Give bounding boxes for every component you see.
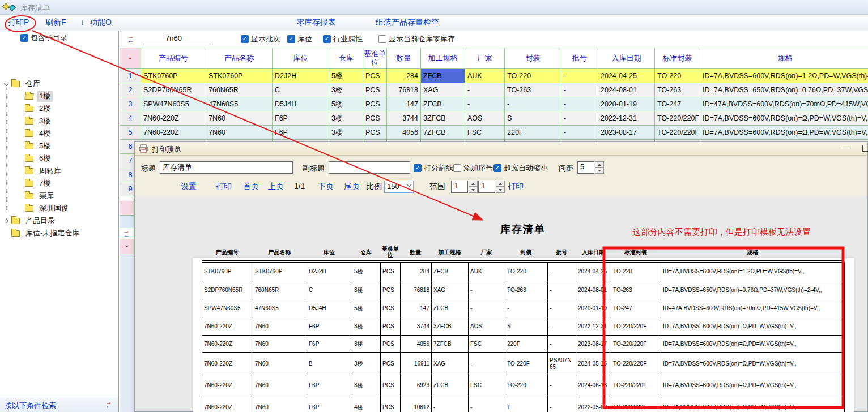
checkbox-checked-icon[interactable]	[493, 164, 501, 172]
grid-cell[interactable]: TO-220/220F	[655, 111, 700, 126]
tree-item-3楼[interactable]: 3楼	[0, 115, 118, 127]
grid-cell[interactable]: 3楼	[329, 83, 363, 97]
dialog-checkbox-2[interactable]: 添加序号	[453, 163, 493, 173]
spacing-spinner[interactable]: 5	[577, 161, 604, 174]
grid-cell[interactable]: AUK	[465, 69, 505, 83]
grid-cell[interactable]: 760N65R	[206, 83, 273, 97]
grid-cell[interactable]: STK0760P	[141, 69, 206, 83]
grid-cell[interactable]: S2DP760N65R	[141, 83, 206, 97]
grid-column-header-加工规格[interactable]: 加工规格	[421, 48, 465, 69]
settings-link[interactable]: 设置	[181, 182, 197, 192]
print-button[interactable]: 打印P	[8, 18, 29, 28]
grid-cell[interactable]: STK0760P	[206, 69, 273, 83]
grid-cell[interactable]: 284	[387, 69, 421, 83]
tree-expander-icon[interactable]	[4, 81, 8, 86]
filter-checkbox-4[interactable]: 显示当前仓库零库存	[378, 34, 455, 44]
grid-cell[interactable]: PCS	[363, 111, 387, 126]
range-to-value[interactable]: 1	[478, 181, 495, 193]
grid-cell[interactable]: TO-220	[655, 69, 700, 83]
grid-cell[interactable]: -	[561, 83, 598, 97]
checkbox-unchecked-icon[interactable]	[453, 164, 461, 172]
grid-cell[interactable]: -	[465, 83, 505, 97]
grid-cell[interactable]: 47N60S5	[206, 97, 273, 111]
scale-dropdown[interactable]: 150	[384, 181, 414, 193]
grid-column-header-规格[interactable]: 规格	[700, 48, 868, 69]
tree-item-票库[interactable]: 票库	[0, 190, 118, 202]
grid-cell[interactable]: XAG	[421, 83, 465, 97]
grid-column-header-库位[interactable]: 库位	[273, 48, 329, 69]
tree-item-6楼[interactable]: 6楼	[0, 152, 118, 165]
maximize-button[interactable]	[862, 145, 868, 152]
tree-item-产品目录[interactable]: 产品目录	[0, 214, 118, 227]
grid-row-number[interactable]: 2	[120, 83, 141, 97]
assembly-stock-check-link[interactable]: 组装产品存量检查	[376, 18, 439, 28]
grid-column-header-批号[interactable]: 批号	[561, 48, 598, 69]
dialog-titlebar[interactable]: 打印预览 —	[135, 142, 867, 156]
grid-column-header-产品名称[interactable]: 产品名称	[206, 48, 273, 69]
grid-cell[interactable]: SPW47N60S5	[141, 97, 206, 111]
grid-cell[interactable]: PCS	[363, 126, 387, 140]
checkbox-checked-icon[interactable]	[287, 35, 295, 43]
filter-checkbox-1[interactable]: 显示批次	[241, 34, 280, 44]
grid-cell[interactable]: TO-220	[505, 69, 561, 83]
grid-column-header-厂家[interactable]: 厂家	[465, 48, 505, 69]
filter-checkbox-3[interactable]: 行业属性	[323, 34, 363, 44]
grid-cell[interactable]: TO-263	[505, 83, 561, 97]
grid-cell[interactable]: 7N60-220Z	[141, 111, 206, 126]
swap-icon[interactable]: →←	[126, 35, 135, 42]
grid-column-header-产品编号[interactable]: 产品编号	[141, 48, 206, 69]
grid-cell[interactable]: -	[561, 126, 598, 140]
grid-row-number[interactable]: 1	[120, 69, 141, 83]
grid-cell[interactable]: -	[505, 97, 561, 111]
grid-cell[interactable]: -	[561, 97, 598, 111]
grid-cell[interactable]: FSC	[465, 126, 505, 140]
grid-cell[interactable]: 7N60	[206, 126, 273, 140]
grid-corner-cell[interactable]: -	[120, 48, 141, 69]
tree-item-1楼[interactable]: 1楼	[0, 90, 118, 102]
grid-cell[interactable]: ZFCB	[421, 97, 465, 111]
print-action-link[interactable]: 打印	[508, 182, 524, 192]
grid-cell[interactable]: 2023-08-17	[598, 126, 655, 140]
grid-cell[interactable]: 2024-08-01	[598, 83, 655, 97]
grid-cell[interactable]: 7N60	[206, 111, 273, 126]
grid-cell[interactable]: AOS	[465, 111, 505, 126]
grid-row-number[interactable]: 4	[120, 111, 141, 126]
grid-cell[interactable]: 3744	[387, 111, 421, 126]
grid-cell[interactable]: 2020-01-19	[598, 97, 655, 111]
include-subdir-checkbox[interactable]: 包含子目录	[20, 33, 67, 43]
dialog-checkbox-1[interactable]: 打分割线	[414, 163, 453, 173]
minimize-button[interactable]: —	[839, 143, 850, 154]
tree-item-2楼[interactable]: 2楼	[0, 102, 118, 115]
grid-cell[interactable]: 3楼	[329, 126, 363, 140]
grid-cell[interactable]: C	[273, 83, 329, 97]
next-page-link[interactable]: 下页	[318, 182, 334, 192]
zero-stock-report-link[interactable]: 零库存报表	[296, 18, 336, 28]
range-from-value[interactable]: 1	[451, 181, 468, 193]
grid-cell[interactable]: TO-263	[655, 83, 700, 97]
checkbox-checked-icon[interactable]	[414, 164, 422, 172]
grid-column-header-基准单位[interactable]: 基准单位	[363, 48, 387, 69]
print-link[interactable]: 打印	[216, 182, 232, 192]
grid-cell[interactable]: 2024-04-25	[598, 69, 655, 83]
grid-cell[interactable]: -	[561, 111, 598, 126]
grid-cell[interactable]: -	[561, 69, 598, 83]
grid-cell[interactable]: S	[505, 111, 561, 126]
grid-column-header-仓库[interactable]: 仓库	[329, 48, 363, 69]
checkbox-unchecked-icon[interactable]	[378, 35, 386, 43]
grid-row-number[interactable]: 3	[120, 97, 141, 111]
grid-column-header-数量[interactable]: 数量	[387, 48, 421, 69]
tree-item-5楼[interactable]: 5楼	[0, 140, 118, 152]
spinner-arrows[interactable]	[496, 181, 505, 193]
search-by-conditions-label[interactable]: 按以下条件检索	[5, 401, 56, 411]
range-from-spinner[interactable]: 1	[451, 181, 478, 193]
checkbox-checked-icon[interactable]	[20, 34, 28, 42]
grid-column-header-标准封装[interactable]: 标准封装	[655, 48, 700, 69]
grid-cell[interactable]: ID=7A,BVDSS=600V,RDS(on)=Ω,PD=W,VGS(th)=…	[700, 126, 868, 140]
tree-item-周转库[interactable]: 周转库	[0, 165, 118, 177]
prev-page-link[interactable]: 上页	[268, 182, 284, 192]
tree-item-仓库[interactable]: 仓库	[0, 78, 118, 90]
refresh-button[interactable]: 刷新F	[45, 18, 66, 28]
last-page-link[interactable]: 尾页	[344, 182, 360, 192]
grid-cell[interactable]: 7N60-220Z	[141, 126, 206, 140]
report-subtitle-input[interactable]	[329, 161, 410, 174]
